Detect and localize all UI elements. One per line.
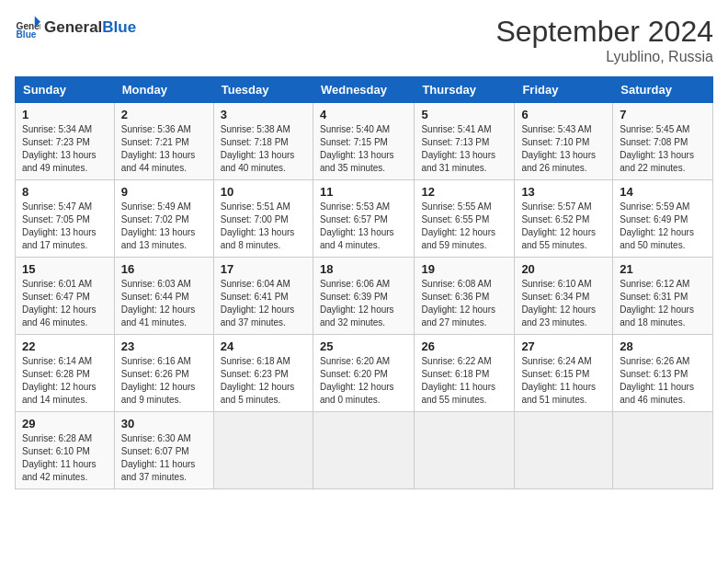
calendar-week-row: 29 Sunrise: 6:28 AMSunset: 6:10 PMDaylig… xyxy=(16,412,713,489)
calendar-cell: 30 Sunrise: 6:30 AMSunset: 6:07 PMDaylig… xyxy=(114,412,213,489)
calendar-week-row: 8 Sunrise: 5:47 AMSunset: 7:05 PMDayligh… xyxy=(16,180,713,258)
calendar-cell: 15 Sunrise: 6:01 AMSunset: 6:47 PMDaylig… xyxy=(16,258,115,335)
day-number: 22 xyxy=(22,339,108,353)
day-detail: Sunrise: 5:41 AMSunset: 7:13 PMDaylight:… xyxy=(421,123,507,175)
calendar-cell xyxy=(515,412,613,489)
day-number: 10 xyxy=(221,185,306,199)
calendar-cell: 10 Sunrise: 5:51 AMSunset: 7:00 PMDaylig… xyxy=(213,180,313,258)
calendar-cell: 2 Sunrise: 5:36 AMSunset: 7:21 PMDayligh… xyxy=(114,103,213,180)
logo-blue: Blue xyxy=(102,18,136,37)
col-header-wednesday: Wednesday xyxy=(313,77,414,103)
calendar-cell xyxy=(313,412,414,489)
day-detail: Sunrise: 6:10 AMSunset: 6:34 PMDaylight:… xyxy=(521,278,606,329)
calendar-cell xyxy=(213,412,313,489)
day-detail: Sunrise: 6:01 AMSunset: 6:47 PMDaylight:… xyxy=(22,278,108,329)
day-detail: Sunrise: 6:08 AMSunset: 6:36 PMDaylight:… xyxy=(421,278,507,329)
calendar-cell: 26 Sunrise: 6:22 AMSunset: 6:18 PMDaylig… xyxy=(415,335,515,412)
day-detail: Sunrise: 5:57 AMSunset: 6:52 PMDaylight:… xyxy=(521,201,606,252)
calendar-week-row: 15 Sunrise: 6:01 AMSunset: 6:47 PMDaylig… xyxy=(16,258,713,335)
day-detail: Sunrise: 5:45 AMSunset: 7:08 PMDaylight:… xyxy=(620,123,706,175)
day-detail: Sunrise: 6:22 AMSunset: 6:18 PMDaylight:… xyxy=(421,355,507,407)
day-detail: Sunrise: 5:55 AMSunset: 6:55 PMDaylight:… xyxy=(421,201,507,252)
day-detail: Sunrise: 6:18 AMSunset: 6:23 PMDaylight:… xyxy=(221,355,306,407)
day-detail: Sunrise: 6:06 AMSunset: 6:39 PMDaylight:… xyxy=(320,278,407,329)
calendar-cell: 23 Sunrise: 6:16 AMSunset: 6:26 PMDaylig… xyxy=(114,335,213,412)
day-number: 8 xyxy=(22,185,108,199)
day-detail: Sunrise: 6:30 AMSunset: 6:07 PMDaylight:… xyxy=(121,432,207,484)
day-number: 14 xyxy=(620,185,706,199)
col-header-sunday: Sunday xyxy=(16,77,115,103)
day-detail: Sunrise: 5:36 AMSunset: 7:21 PMDaylight:… xyxy=(121,123,207,175)
logo-general: General xyxy=(44,18,102,37)
calendar-cell xyxy=(613,412,713,489)
day-number: 20 xyxy=(521,262,606,276)
logo: General Blue GeneralBlue xyxy=(15,15,136,40)
day-number: 5 xyxy=(421,108,507,121)
day-number: 17 xyxy=(221,262,306,276)
calendar-cell: 11 Sunrise: 5:53 AMSunset: 6:57 PMDaylig… xyxy=(313,180,414,258)
day-number: 4 xyxy=(320,108,407,121)
calendar-header-row: SundayMondayTuesdayWednesdayThursdayFrid… xyxy=(16,77,713,103)
col-header-friday: Friday xyxy=(515,77,613,103)
logo-text-block: GeneralBlue xyxy=(44,18,136,37)
day-number: 25 xyxy=(320,339,407,353)
calendar-cell: 16 Sunrise: 6:03 AMSunset: 6:44 PMDaylig… xyxy=(114,258,213,335)
calendar-cell: 25 Sunrise: 6:20 AMSunset: 6:20 PMDaylig… xyxy=(313,335,414,412)
day-detail: Sunrise: 5:34 AMSunset: 7:23 PMDaylight:… xyxy=(22,123,108,175)
day-detail: Sunrise: 5:51 AMSunset: 7:00 PMDaylight:… xyxy=(221,201,306,252)
day-detail: Sunrise: 6:26 AMSunset: 6:13 PMDaylight:… xyxy=(620,355,706,407)
day-detail: Sunrise: 6:24 AMSunset: 6:15 PMDaylight:… xyxy=(521,355,606,407)
calendar-cell: 12 Sunrise: 5:55 AMSunset: 6:55 PMDaylig… xyxy=(415,180,515,258)
day-number: 26 xyxy=(421,339,507,353)
day-detail: Sunrise: 6:03 AMSunset: 6:44 PMDaylight:… xyxy=(121,278,207,329)
day-detail: Sunrise: 5:59 AMSunset: 6:49 PMDaylight:… xyxy=(620,201,706,252)
calendar-cell: 24 Sunrise: 6:18 AMSunset: 6:23 PMDaylig… xyxy=(213,335,313,412)
col-header-monday: Monday xyxy=(114,77,213,103)
day-detail: Sunrise: 6:20 AMSunset: 6:20 PMDaylight:… xyxy=(320,355,407,407)
calendar-cell: 18 Sunrise: 6:06 AMSunset: 6:39 PMDaylig… xyxy=(313,258,414,335)
calendar-cell: 1 Sunrise: 5:34 AMSunset: 7:23 PMDayligh… xyxy=(16,103,115,180)
day-number: 19 xyxy=(421,262,507,276)
calendar-cell: 28 Sunrise: 6:26 AMSunset: 6:13 PMDaylig… xyxy=(613,335,713,412)
calendar-cell: 21 Sunrise: 6:12 AMSunset: 6:31 PMDaylig… xyxy=(613,258,713,335)
day-number: 18 xyxy=(320,262,407,276)
day-number: 11 xyxy=(320,185,407,199)
day-number: 7 xyxy=(620,108,706,121)
col-header-saturday: Saturday xyxy=(613,77,713,103)
calendar-cell: 6 Sunrise: 5:43 AMSunset: 7:10 PMDayligh… xyxy=(515,103,613,180)
day-detail: Sunrise: 5:43 AMSunset: 7:10 PMDaylight:… xyxy=(521,123,606,175)
day-number: 1 xyxy=(22,108,108,121)
calendar-cell: 5 Sunrise: 5:41 AMSunset: 7:13 PMDayligh… xyxy=(415,103,515,180)
calendar-week-row: 1 Sunrise: 5:34 AMSunset: 7:23 PMDayligh… xyxy=(16,103,713,180)
calendar-cell: 22 Sunrise: 6:14 AMSunset: 6:28 PMDaylig… xyxy=(16,335,115,412)
day-detail: Sunrise: 5:53 AMSunset: 6:57 PMDaylight:… xyxy=(320,201,407,252)
calendar-cell: 8 Sunrise: 5:47 AMSunset: 7:05 PMDayligh… xyxy=(16,180,115,258)
location-title: Lyublino, Russia xyxy=(495,49,713,65)
calendar-cell: 4 Sunrise: 5:40 AMSunset: 7:15 PMDayligh… xyxy=(313,103,414,180)
calendar-cell: 13 Sunrise: 5:57 AMSunset: 6:52 PMDaylig… xyxy=(515,180,613,258)
day-number: 2 xyxy=(121,108,207,121)
calendar-cell: 17 Sunrise: 6:04 AMSunset: 6:41 PMDaylig… xyxy=(213,258,313,335)
calendar-cell: 29 Sunrise: 6:28 AMSunset: 6:10 PMDaylig… xyxy=(16,412,115,489)
day-detail: Sunrise: 6:14 AMSunset: 6:28 PMDaylight:… xyxy=(22,355,108,407)
calendar-cell: 7 Sunrise: 5:45 AMSunset: 7:08 PMDayligh… xyxy=(613,103,713,180)
col-header-tuesday: Tuesday xyxy=(213,77,313,103)
calendar-week-row: 22 Sunrise: 6:14 AMSunset: 6:28 PMDaylig… xyxy=(16,335,713,412)
logo-icon: General Blue xyxy=(15,15,40,40)
day-number: 27 xyxy=(521,339,606,353)
calendar-cell: 19 Sunrise: 6:08 AMSunset: 6:36 PMDaylig… xyxy=(415,258,515,335)
calendar-table: SundayMondayTuesdayWednesdayThursdayFrid… xyxy=(15,76,713,489)
day-detail: Sunrise: 5:38 AMSunset: 7:18 PMDaylight:… xyxy=(221,123,306,175)
day-number: 13 xyxy=(521,185,606,199)
day-number: 6 xyxy=(521,108,606,121)
day-number: 15 xyxy=(22,262,108,276)
day-number: 3 xyxy=(221,108,306,121)
calendar-cell: 27 Sunrise: 6:24 AMSunset: 6:15 PMDaylig… xyxy=(515,335,613,412)
day-detail: Sunrise: 5:40 AMSunset: 7:15 PMDaylight:… xyxy=(320,123,407,175)
day-number: 28 xyxy=(620,339,706,353)
day-detail: Sunrise: 6:28 AMSunset: 6:10 PMDaylight:… xyxy=(22,432,108,484)
calendar-cell xyxy=(415,412,515,489)
day-detail: Sunrise: 6:16 AMSunset: 6:26 PMDaylight:… xyxy=(121,355,207,407)
calendar-cell: 14 Sunrise: 5:59 AMSunset: 6:49 PMDaylig… xyxy=(613,180,713,258)
day-number: 24 xyxy=(221,339,306,353)
